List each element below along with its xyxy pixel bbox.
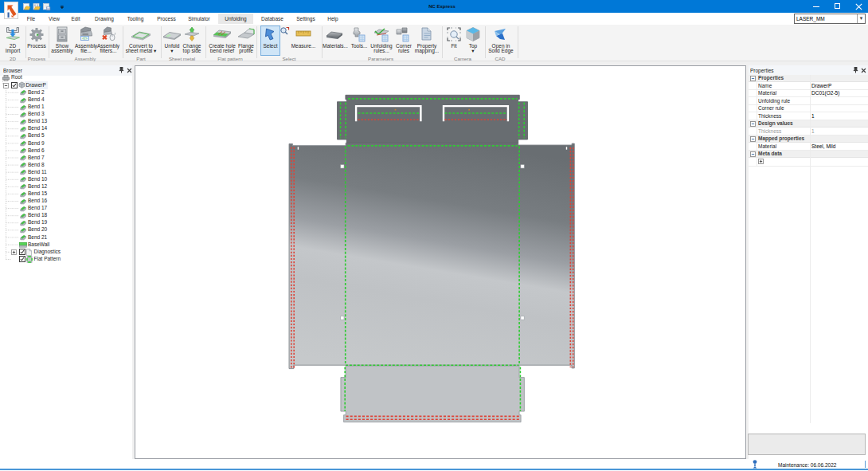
svg-text:</>: </> — [82, 37, 88, 41]
